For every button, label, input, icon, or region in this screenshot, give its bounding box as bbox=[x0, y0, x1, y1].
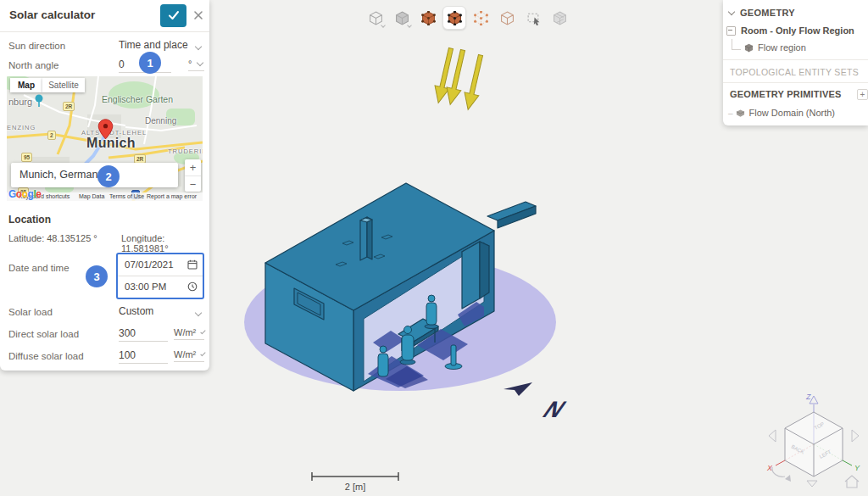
axis-z-label: Z bbox=[805, 393, 811, 401]
map-zoom-controls: + − bbox=[185, 159, 201, 192]
map-label-englischer-garten: Englischer Garten bbox=[102, 95, 158, 105]
location-map[interactable]: Map Satellite nburg Englischer Garten De… bbox=[7, 76, 203, 201]
datetime-label: Date and time bbox=[8, 263, 70, 273]
primitive-box-icon bbox=[736, 109, 745, 118]
diffuse-solar-load-label: Diffuse solar load bbox=[8, 351, 84, 361]
tree-item-flow-domain[interactable]: – Flow Domain (North) bbox=[723, 105, 868, 120]
diffuse-solar-load-input[interactable]: 100 bbox=[119, 349, 168, 364]
select-face-button[interactable] bbox=[442, 6, 466, 30]
select-volume-button[interactable] bbox=[416, 6, 440, 30]
time-input[interactable]: 03:00 PM bbox=[118, 276, 203, 298]
road-badge-95: 95 bbox=[21, 153, 32, 162]
chevron-down-icon bbox=[195, 309, 202, 316]
road-badge-2: 2 bbox=[47, 131, 56, 140]
navigation-cube[interactable]: TOP BACK LEFT Z X Y bbox=[766, 393, 860, 488]
apply-button[interactable] bbox=[160, 4, 186, 27]
north-indicator: N bbox=[504, 382, 571, 421]
transparent-view-button[interactable] bbox=[495, 6, 519, 30]
map-search-input[interactable]: Munich, Germany bbox=[11, 163, 178, 187]
rotate-left-icon[interactable] bbox=[769, 430, 776, 442]
latitude-value: Latitude: 48.135125 ° bbox=[8, 233, 97, 243]
north-label: N bbox=[537, 397, 571, 422]
road-badge-2r: 2R bbox=[63, 102, 75, 111]
map-data-link[interactable]: Map Data bbox=[79, 193, 104, 199]
annotation-badge-3: 3 bbox=[86, 265, 108, 287]
tree-dash: – bbox=[728, 109, 733, 118]
select-vertex-button[interactable] bbox=[469, 6, 492, 30]
map-label-trudering: TRUDERING bbox=[168, 148, 203, 155]
north-angle-unit-select[interactable]: ° bbox=[188, 59, 204, 71]
sun-direction-select[interactable]: Time and place bbox=[119, 39, 188, 51]
solid-body-icon bbox=[744, 43, 754, 53]
terms-link[interactable]: Terms of Use bbox=[109, 193, 144, 199]
direct-solar-load-unit-select[interactable]: W/m² bbox=[174, 327, 204, 340]
map-label-denning: Denning bbox=[145, 116, 176, 125]
map-tab[interactable]: Map bbox=[10, 78, 42, 92]
map-label-nymphenburg: nburg bbox=[8, 97, 32, 107]
geometry-primitives-header[interactable]: GEOMETRY PRIMITIVES + bbox=[723, 86, 868, 102]
map-label-enzing: ENZING bbox=[7, 124, 36, 131]
map-zoom-in-button[interactable]: + bbox=[185, 159, 201, 176]
report-error-link[interactable]: Report a map error bbox=[147, 193, 197, 199]
date-input[interactable]: 07/01/2021 bbox=[118, 254, 203, 276]
google-logo: Google bbox=[8, 188, 41, 200]
location-header: Location bbox=[8, 214, 51, 226]
sun-direction-label: Sun direction bbox=[8, 41, 65, 51]
poi-pin-icon bbox=[35, 94, 43, 108]
home-icon[interactable] bbox=[845, 476, 859, 488]
scale-label: 2 [m] bbox=[345, 482, 365, 492]
view-toolbar bbox=[364, 6, 571, 30]
longitude-value: Longitude: 11.581981° bbox=[121, 233, 209, 254]
hidden-geometry-button[interactable] bbox=[548, 6, 571, 30]
shaded-view-button[interactable] bbox=[390, 6, 414, 30]
orbit-icon[interactable] bbox=[772, 467, 785, 476]
red-pin-icon bbox=[97, 119, 114, 140]
datetime-group: 07/01/2021 03:00 PM bbox=[116, 253, 204, 299]
axis-y-label: Y bbox=[854, 464, 860, 472]
geometry-section-header[interactable]: GEOMETRY bbox=[723, 5, 868, 20]
tree-item-room[interactable]: Room - Only Flow Region bbox=[723, 23, 868, 38]
north-angle-label: North angle bbox=[8, 60, 58, 70]
topological-entity-sets-header[interactable]: TOPOLOGICAL ENTITY SETS bbox=[723, 64, 868, 80]
panel-title: Solar calculator bbox=[9, 8, 95, 21]
rotate-right-icon[interactable] bbox=[852, 430, 859, 442]
direct-solar-load-label: Direct solar load bbox=[8, 329, 79, 339]
chevron-down-icon bbox=[195, 43, 202, 50]
calendar-icon bbox=[187, 259, 198, 270]
solar-calculator-panel: Solar calculator Sun direction Time and … bbox=[0, 0, 209, 371]
scale-bar bbox=[312, 472, 398, 481]
tree-item-flow-region[interactable]: Flow region bbox=[723, 40, 868, 55]
chevron-down-icon bbox=[728, 8, 735, 15]
annotation-badge-2: 2 bbox=[97, 165, 120, 187]
solar-load-label: Solar load bbox=[8, 307, 53, 317]
close-button[interactable] bbox=[189, 6, 208, 25]
clock-icon bbox=[187, 281, 198, 292]
solar-load-select[interactable]: Custom bbox=[119, 305, 153, 317]
panel-header: Solar calculator bbox=[0, 0, 209, 32]
satellite-tab[interactable]: Satellite bbox=[42, 78, 85, 92]
annotation-badge-1: 1 bbox=[139, 52, 161, 74]
box-select-button[interactable] bbox=[521, 6, 545, 30]
direct-solar-load-input[interactable]: 300 bbox=[119, 327, 168, 342]
tree-elbow bbox=[732, 39, 741, 50]
map-zoom-out-button[interactable]: − bbox=[185, 176, 201, 192]
wireframe-view-button[interactable] bbox=[364, 6, 387, 30]
add-primitive-button[interactable]: + bbox=[857, 89, 868, 100]
collapse-icon[interactable] bbox=[726, 26, 736, 36]
diffuse-solar-load-unit-select[interactable]: W/m² bbox=[174, 349, 204, 362]
geometry-tree-panel: GEOMETRY Room - Only Flow Region Flow re… bbox=[723, 0, 868, 125]
sun-direction-arrows bbox=[431, 47, 488, 111]
rotate-down-icon[interactable] bbox=[807, 481, 817, 487]
